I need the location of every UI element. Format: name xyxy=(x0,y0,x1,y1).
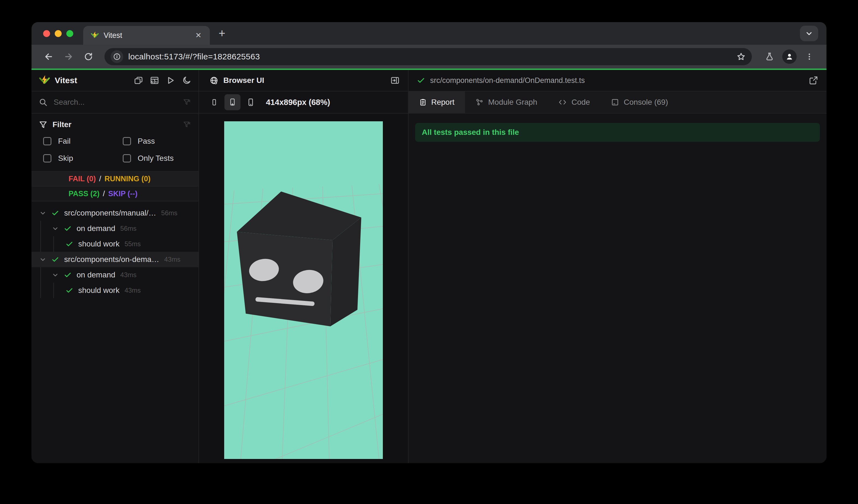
browser-toolbar: localhost:5173/#/?file=1828625563 xyxy=(32,45,826,68)
chevron-down-icon[interactable] xyxy=(52,225,59,232)
tree-item-duration: 43ms xyxy=(124,287,141,294)
browser-tab-bar: Vitest ✕ + xyxy=(32,22,826,45)
tree-item-duration: 55ms xyxy=(124,240,141,248)
refresh-icon xyxy=(84,52,93,61)
chevron-down-icon[interactable] xyxy=(39,209,46,217)
url-text[interactable]: localhost:5173/#/?file=1828625563 xyxy=(128,52,731,61)
preview-area xyxy=(199,114,408,463)
report-content: All tests passed in this file xyxy=(409,114,826,463)
close-window-button[interactable] xyxy=(43,30,50,37)
info-icon xyxy=(113,53,121,61)
tab-search-chevron-icon xyxy=(805,29,813,37)
tab-module-graph[interactable]: Module Graph xyxy=(465,92,547,113)
checkbox[interactable] xyxy=(123,154,131,162)
skip-count: SKIP (--) xyxy=(108,190,138,198)
address-bar[interactable]: localhost:5173/#/?file=1828625563 xyxy=(105,48,752,65)
check-icon xyxy=(65,240,73,248)
all-tests-passed-banner: All tests passed in this file xyxy=(415,123,820,142)
tree-item-label: src/components/on-dema… xyxy=(64,255,159,264)
filter-option-pass[interactable]: Pass xyxy=(123,137,191,146)
refresh-button[interactable] xyxy=(80,48,97,65)
vitest-logo xyxy=(39,75,50,86)
experiments-button[interactable] xyxy=(761,48,778,65)
traffic-lights[interactable] xyxy=(32,30,83,37)
back-button[interactable] xyxy=(40,48,58,65)
minimize-window-button[interactable] xyxy=(55,30,62,37)
detail-view-button[interactable] xyxy=(134,76,143,85)
new-tab-button[interactable]: + xyxy=(213,25,231,42)
clear-filter-icon[interactable] xyxy=(182,98,191,107)
console-icon xyxy=(611,98,619,107)
site-info-button[interactable] xyxy=(111,50,123,63)
device-toolbar: 414x896px (68%) xyxy=(199,92,408,114)
device-phone-plus-button[interactable] xyxy=(224,94,240,110)
toolbar-actions xyxy=(759,48,818,65)
check-icon xyxy=(51,209,59,217)
tree-item-label: on demand xyxy=(77,271,115,279)
tree-item[interactable]: src/components/manual/… 56ms xyxy=(32,205,198,221)
tab-report[interactable]: Report xyxy=(409,92,465,113)
device-phone-frame-button[interactable] xyxy=(243,94,259,110)
browser-preview-viewport[interactable] xyxy=(224,121,383,459)
status-summary: FAIL (0) / RUNNING (0) PASS (2) / SKIP (… xyxy=(32,172,198,201)
running-count: RUNNING (0) xyxy=(105,175,150,183)
bookmark-button[interactable] xyxy=(736,52,746,61)
filter-option-skip[interactable]: Skip xyxy=(43,154,123,163)
zoom-window-button[interactable] xyxy=(66,30,73,37)
back-icon xyxy=(44,52,54,62)
checkbox[interactable] xyxy=(43,154,51,162)
fail-count: FAIL (0) xyxy=(68,175,96,183)
search-input[interactable] xyxy=(53,98,177,107)
dashboard-icon xyxy=(150,76,159,85)
tree-item[interactable]: on demand 43ms xyxy=(32,267,198,283)
run-all-icon xyxy=(166,76,175,85)
chevron-down-icon[interactable] xyxy=(52,271,59,278)
tree-item-label: should work xyxy=(78,286,120,295)
tree-item-label: src/components/manual/… xyxy=(64,209,156,217)
forward-button[interactable] xyxy=(60,48,77,65)
device-phone-small-button[interactable] xyxy=(206,94,222,110)
favicon xyxy=(90,31,99,40)
browser-tab-vitest[interactable]: Vitest ✕ xyxy=(83,26,210,45)
filter-option-fail[interactable]: Fail xyxy=(43,137,123,146)
report-tabs: Report Module Graph Code Console (69) xyxy=(409,92,826,114)
tree-item[interactable]: should work 43ms xyxy=(32,283,198,298)
dock-panel-button[interactable] xyxy=(390,76,400,85)
profile-icon xyxy=(785,52,794,61)
flask-icon xyxy=(765,52,774,61)
check-icon xyxy=(51,256,59,263)
tree-item[interactable]: src/components/on-dema… 43ms xyxy=(32,252,198,267)
open-in-editor-button[interactable] xyxy=(809,76,818,85)
dashboard-button[interactable] xyxy=(150,76,159,85)
browser-panel-title: Browser UI xyxy=(223,76,264,85)
tab-title: Vitest xyxy=(104,31,190,40)
tree-item[interactable]: should work 55ms xyxy=(32,236,198,252)
tree-item[interactable]: on demand 56ms xyxy=(32,221,198,236)
tab-search-button[interactable] xyxy=(800,26,818,41)
tab-console[interactable]: Console (69) xyxy=(600,92,678,113)
viewport-size-label: 414x896px (68%) xyxy=(266,98,330,107)
dark-mode-button[interactable] xyxy=(182,76,191,85)
tab-close-icon[interactable]: ✕ xyxy=(194,31,203,40)
tree-item-duration: 56ms xyxy=(161,209,177,217)
sidebar-header: Vitest xyxy=(32,70,198,92)
star-icon xyxy=(736,52,746,61)
chevron-down-icon[interactable] xyxy=(39,256,46,263)
tab-code[interactable]: Code xyxy=(547,92,600,113)
filter-section: Filter Fail Pass Skip Only Tests xyxy=(32,114,198,172)
run-all-button[interactable] xyxy=(166,76,175,85)
tree-item-duration: 43ms xyxy=(120,271,137,279)
phone-plus-icon xyxy=(228,98,237,107)
phone-frame-icon xyxy=(246,98,255,107)
filter-option-only-tests[interactable]: Only Tests xyxy=(123,154,191,163)
module-graph-icon xyxy=(475,98,484,107)
open-file-path: src/components/on-demand/OnDemand.test.t… xyxy=(430,76,585,85)
profile-button[interactable] xyxy=(782,49,797,64)
checkbox[interactable] xyxy=(123,137,131,145)
clear-filter-icon[interactable] xyxy=(182,120,191,129)
kebab-menu-button[interactable] xyxy=(800,48,818,65)
detail-view-icon xyxy=(134,76,143,85)
checkbox[interactable] xyxy=(43,137,51,145)
dock-right-icon xyxy=(390,76,400,85)
tree-item-duration: 56ms xyxy=(120,225,137,232)
